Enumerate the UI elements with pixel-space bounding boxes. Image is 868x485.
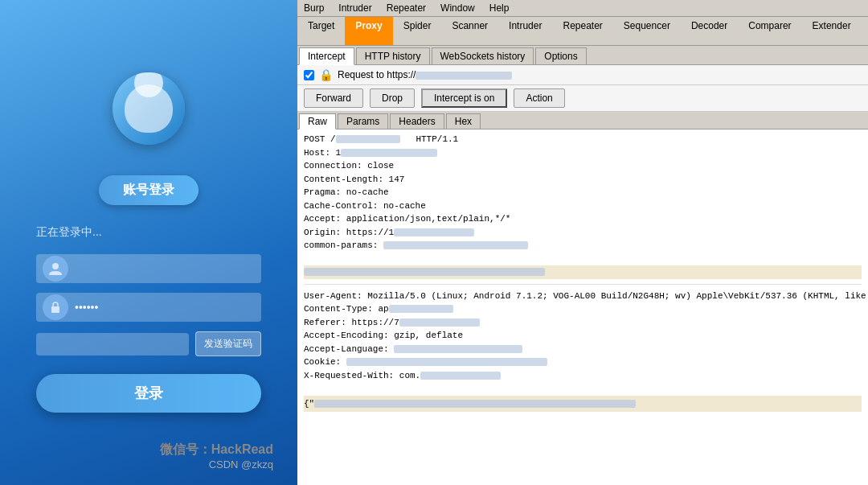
verify-code-field[interactable] [43,338,182,351]
burp-toolbar: Target Proxy Spider Scanner Intruder Rep… [297,17,868,46]
username-field[interactable] [75,257,255,280]
request-line-ref: Referer: https://7 [304,316,862,330]
subtab-intercept[interactable]: Intercept [299,47,354,65]
tab-scanner[interactable]: Scanner [441,17,498,45]
watermark: 微信号：HackRead CSDN @zkzq [160,442,273,471]
request-url-label: Request to https:// [338,69,512,80]
verify-input-wrap [36,333,189,356]
request-line-4: Content-Length: 147 [304,173,862,187]
request-line-2: Host: 1 [304,146,862,160]
login-panel: 账号登录 正在登录中... 发送验证码 登录 微信号：HackRead CSDN… [0,0,297,485]
request-line-empty [304,382,862,396]
tab-proxy[interactable]: Proxy [345,17,392,45]
avatar [113,72,185,145]
login-type-button[interactable]: 账号登录 [99,175,199,205]
menu-window[interactable]: Window [438,2,477,14]
view-tab-headers[interactable]: Headers [390,113,444,129]
request-line-8: Origin: https://1 [304,226,862,240]
wechat-label: 微信号：HackRead [160,442,273,458]
request-line-6: Cache-Control: no-cache [304,199,862,213]
request-line-ct: Content-Type: ap [304,302,862,316]
request-line-ua: User-Agent: Mozilla/5.0 (Linux; Android … [304,290,862,303]
login-button[interactable]: 登录 [36,374,261,413]
request-line-9: common-params: [304,239,862,253]
user-avatar-small [43,256,68,282]
request-line-5: Pragma: no-cache [304,186,862,199]
avatar-icon [125,84,173,133]
forward-button[interactable]: Forward [304,88,363,108]
request-body-line: {" [304,396,862,413]
view-tab-params[interactable]: Params [338,113,388,129]
lock-small-icon [43,294,68,320]
action-bar: Forward Drop Intercept is on Action [297,85,868,112]
password-input-row [36,293,261,322]
request-line-ae: Accept-Encoding: gzip, deflate [304,329,862,343]
drop-button[interactable]: Drop [370,88,415,108]
request-line-cookie: Cookie: [304,356,862,369]
request-area: 🔒 Request to https:// Forward Drop Inter… [297,65,868,485]
request-content[interactable]: POST / HTTP/1.1 Host: 1 Connection: clos… [297,129,868,485]
request-line-body [304,265,862,279]
request-line-1: POST / HTTP/1.1 [304,133,862,146]
request-line-al: Accept-Language: [304,343,862,356]
csdn-label: CSDN @zkzq [160,458,273,471]
request-line-10 [304,253,862,266]
view-tab-raw[interactable]: Raw [299,113,336,129]
tab-repeater[interactable]: Repeater [552,17,612,45]
tab-comparer[interactable]: Comparer [738,17,801,45]
svg-point-0 [52,263,59,269]
burp-suite-panel: Burp Intruder Repeater Window Help Targe… [297,0,868,485]
tab-extender[interactable]: Extender [802,17,862,45]
menu-repeater[interactable]: Repeater [384,2,428,14]
menu-intruder[interactable]: Intruder [336,2,374,14]
action-button[interactable]: Action [514,88,564,108]
request-line-xrw: X-Requested-With: com. [304,369,862,383]
send-code-button[interactable]: 发送验证码 [195,331,261,356]
lock-icon: 🔒 [319,68,333,81]
subtab-websockets-history[interactable]: WebSockets history [432,47,534,64]
tab-intruder[interactable]: Intruder [498,17,552,45]
tab-project-options[interactable]: Project options [862,17,868,45]
password-field[interactable] [75,296,255,319]
tab-decoder[interactable]: Decoder [681,17,738,45]
request-line-7: Accept: application/json,text/plain,*/* [304,212,862,226]
request-line-3: Connection: close [304,159,862,173]
tab-target[interactable]: Target [297,17,345,45]
subtab-options[interactable]: Options [535,47,586,64]
request-header-bar: 🔒 Request to https:// [297,65,868,85]
intercept-is-on-button[interactable]: Intercept is on [421,88,507,108]
username-input-row [36,254,261,283]
login-status-text: 正在登录中... [36,225,102,240]
menu-burp[interactable]: Burp [301,2,326,14]
menu-help[interactable]: Help [487,2,512,14]
tab-spider[interactable]: Spider [393,17,442,45]
burp-menubar: Burp Intruder Repeater Window Help [297,0,868,17]
view-tab-hex[interactable]: Hex [446,113,481,129]
subtab-http-history[interactable]: HTTP history [356,47,430,64]
tab-sequencer[interactable]: Sequencer [613,17,681,45]
svg-rect-1 [51,306,59,313]
view-tabs: Raw Params Headers Hex [297,112,868,129]
avatar-area [113,72,185,151]
intercept-checkbox[interactable] [304,70,314,80]
verify-code-row: 发送验证码 [36,331,261,356]
proxy-subtabs: Intercept HTTP history WebSockets histor… [297,46,868,65]
